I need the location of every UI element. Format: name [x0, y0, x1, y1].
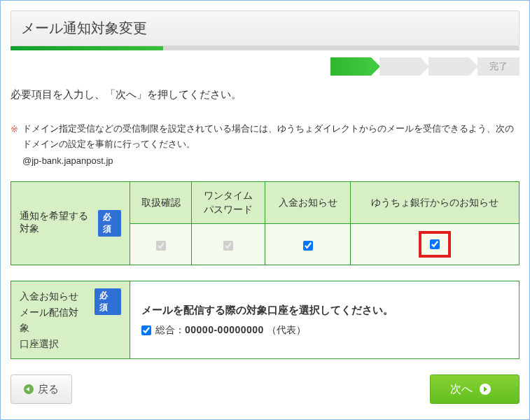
checkbox-onetime-password [223, 241, 233, 251]
arrow-right-icon [480, 384, 491, 395]
back-button[interactable]: 戻る [11, 374, 72, 404]
back-button-label: 戻る [38, 383, 59, 396]
step-1-arrow [330, 57, 371, 76]
account-number: 00000-00000000 [185, 324, 264, 335]
check-cell-3 [265, 224, 351, 265]
account-select-label-cell: 入金お知らせ メール配信対象 口座選択 必須 [11, 281, 130, 359]
account-line: 総合：00000-00000000 （代表） [141, 324, 508, 337]
next-button-label: 次へ [450, 382, 473, 397]
col-header-1: 取扱確認 [130, 182, 192, 224]
warning-block: ※ ドメイン指定受信などの受信制限を設定されている場合には、ゆうちょダイレクトか… [11, 121, 519, 169]
col-header-3: 入金お知らせ [265, 182, 351, 224]
account-select-table: 入金お知らせ メール配信対象 口座選択 必須 メールを配信する際の対象口座を選択… [11, 281, 519, 359]
check-cell-1 [130, 224, 192, 265]
checkbox-deposit-notice[interactable] [303, 241, 313, 251]
notify-target-label-cell: 通知を希望する対象 必須 [11, 182, 130, 265]
progress-inactive [163, 46, 519, 50]
button-row: 戻る 次へ [11, 374, 519, 414]
next-button[interactable]: 次へ [430, 374, 519, 404]
step-3-arrow [428, 57, 469, 76]
warning-mark: ※ [11, 122, 18, 169]
col-header-2: ワンタイム パスワード [192, 182, 265, 224]
warning-body: ドメイン指定受信などの受信制限を設定されている場合には、ゆうちょダイレクトからの… [22, 121, 519, 169]
col-header-4: ゆうちょ銀行からのお知らせ [351, 182, 519, 224]
warning-text: ドメイン指定受信などの受信制限を設定されている場合には、ゆうちょダイレクトからの… [22, 121, 519, 152]
required-badge: 必須 [98, 210, 121, 237]
notify-target-table: 通知を希望する対象 必須 取扱確認 ワンタイム パスワード 入金お知らせ ゆうち… [11, 181, 519, 265]
checkbox-bank-notice[interactable] [430, 239, 440, 249]
check-cell-2 [192, 224, 265, 265]
account-select-instruction: メールを配信する際の対象口座を選択してください。 [141, 304, 508, 317]
step-2-arrow [379, 57, 420, 76]
arrow-left-icon [24, 384, 34, 394]
notify-target-label: 通知を希望する対象 [20, 210, 91, 235]
highlight-box [419, 231, 451, 258]
page-title: メール通知対象変更 [11, 10, 519, 46]
checkbox-account[interactable] [141, 326, 151, 335]
step-final: 完了 [477, 57, 519, 76]
instruction-text: 必要項目を入力し、「次へ」を押してください。 [11, 88, 519, 102]
account-prefix: 総合： [155, 324, 185, 335]
step-indicator: 完了 [11, 57, 519, 76]
page-container: メール通知対象変更 完了 必要項目を入力し、「次へ」を押してください。 ※ ドメ… [0, 0, 530, 420]
account-select-content: メールを配信する際の対象口座を選択してください。 総合：00000-000000… [130, 281, 519, 359]
check-cell-4 [351, 224, 519, 265]
account-select-label: 入金お知らせ メール配信対象 口座選択 [20, 288, 88, 351]
required-badge-2: 必須 [95, 288, 121, 315]
warning-domain: @jp-bank.japanpost.jp [22, 153, 519, 169]
account-suffix: （代表） [267, 324, 306, 335]
progress-active [11, 46, 163, 50]
checkbox-handling-confirm [156, 241, 166, 251]
progress-bar [11, 46, 519, 50]
